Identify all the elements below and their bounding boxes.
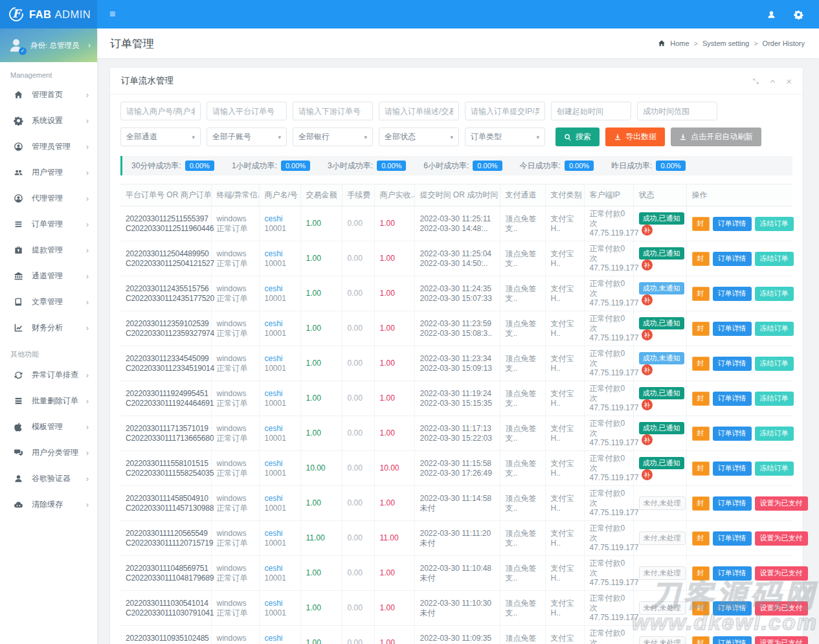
sidebar-item[interactable]: 系统设置 › <box>0 107 97 133</box>
merchant-search-input[interactable] <box>120 102 201 120</box>
order-action3-button[interactable]: 冻结订单 <box>755 427 794 441</box>
repair-badge[interactable]: 补 <box>642 364 653 375</box>
merchant-name-link[interactable]: ceshi <box>265 424 283 433</box>
order-action3-button[interactable]: 冻结订单 <box>755 287 794 301</box>
repair-badge[interactable]: 补 <box>642 469 653 480</box>
submit-ip-input[interactable] <box>465 102 545 120</box>
seal-button[interactable]: 封 <box>692 252 710 266</box>
sub-account-select[interactable]: 全部子账号▾ <box>207 128 287 146</box>
menu-icon[interactable]: ≡ <box>109 8 115 20</box>
sidebar-item[interactable]: 提款管理 › <box>0 237 97 263</box>
merchant-name-link[interactable]: ceshi <box>265 529 283 538</box>
collapse-icon[interactable] <box>769 78 776 85</box>
order-type-select[interactable]: 订单类型▾ <box>465 128 545 146</box>
order-action3-button[interactable]: 冻结订单 <box>755 392 794 406</box>
seal-button[interactable]: 封 <box>692 566 710 581</box>
seal-button[interactable]: 封 <box>692 322 710 336</box>
sidebar-item[interactable]: 管理员管理 › <box>0 133 97 159</box>
order-detail-button[interactable]: 订单详情 <box>713 531 752 546</box>
order-detail-button[interactable]: 订单详情 <box>713 461 752 476</box>
repair-badge[interactable]: 补 <box>642 260 653 271</box>
order-detail-button[interactable]: 订单详情 <box>713 252 752 266</box>
app-logo[interactable]: F FAB ADMIN <box>0 0 97 28</box>
merchant-name-link[interactable]: ceshi <box>265 214 283 223</box>
repair-badge[interactable]: 补 <box>642 294 653 305</box>
order-action3-button[interactable]: 设置为已支付 <box>755 636 808 644</box>
order-detail-button[interactable]: 订单详情 <box>713 357 752 371</box>
merchant-name-link[interactable]: ceshi <box>265 249 283 258</box>
order-detail-button[interactable]: 订单详情 <box>713 427 752 441</box>
sidebar-item[interactable]: 批量删除订单 › <box>0 388 97 414</box>
seal-button[interactable]: 封 <box>692 287 710 301</box>
sidebar-item[interactable]: 用户管理 › <box>0 159 97 185</box>
order-action3-button[interactable]: 冻结订单 <box>755 252 794 266</box>
order-desc-input[interactable] <box>379 102 459 120</box>
seal-button[interactable]: 封 <box>692 217 710 231</box>
seal-button[interactable]: 封 <box>692 461 710 476</box>
order-action3-button[interactable]: 冻结订单 <box>755 217 794 231</box>
sidebar-item[interactable]: 管理首页 › <box>0 82 97 107</box>
sidebar-item[interactable]: 异常订单排查 › <box>0 362 97 388</box>
order-detail-button[interactable]: 订单详情 <box>713 322 752 336</box>
downstream-order-input[interactable] <box>293 102 373 120</box>
repair-badge[interactable]: 补 <box>642 434 653 445</box>
channel-select[interactable]: 全部通道▾ <box>120 128 201 146</box>
merchant-name-link[interactable]: ceshi <box>265 459 283 468</box>
create-time-input[interactable] <box>551 102 631 120</box>
breadcrumb-home[interactable]: Home <box>670 39 689 47</box>
order-detail-button[interactable]: 订单详情 <box>713 636 752 644</box>
sidebar-item[interactable]: 订单管理 › <box>0 211 97 237</box>
seal-button[interactable]: 封 <box>692 601 710 616</box>
order-detail-button[interactable]: 订单详情 <box>713 287 752 301</box>
order-action3-button[interactable]: 冻结订单 <box>755 357 794 371</box>
seal-button[interactable]: 封 <box>692 531 710 546</box>
sidebar-user-panel[interactable]: ✓ 身份: 总管理员 › <box>0 28 97 62</box>
user-icon[interactable] <box>767 10 776 19</box>
close-icon[interactable]: × <box>786 78 792 85</box>
merchant-name-link[interactable]: ceshi <box>265 494 283 503</box>
gear-icon[interactable] <box>794 10 803 19</box>
order-action3-button[interactable]: 冻结订单 <box>755 322 794 336</box>
seal-button[interactable]: 封 <box>692 496 710 511</box>
export-data-button[interactable]: 导出数据 <box>605 128 665 146</box>
repair-badge[interactable]: 补 <box>642 225 653 236</box>
merchant-name-link[interactable]: ceshi <box>265 284 283 293</box>
order-detail-button[interactable]: 订单详情 <box>713 601 752 616</box>
breadcrumb-system-setting[interactable]: System setting <box>702 39 749 47</box>
sidebar-item[interactable]: 清除缓存 › <box>0 491 97 517</box>
seal-button[interactable]: 封 <box>692 427 710 441</box>
order-action3-button[interactable]: 设置为已支付 <box>755 496 808 511</box>
merchant-name-link[interactable]: ceshi <box>265 319 283 328</box>
merchant-name-link[interactable]: ceshi <box>265 634 283 643</box>
order-detail-button[interactable]: 订单详情 <box>713 392 752 406</box>
success-time-input[interactable] <box>637 102 717 120</box>
platform-order-input[interactable] <box>207 102 287 120</box>
sidebar-item[interactable]: 模板管理 › <box>0 414 97 439</box>
sidebar-item[interactable]: 文章管理 › <box>0 289 97 315</box>
search-button[interactable]: 搜索 <box>555 128 600 146</box>
bank-select[interactable]: 全部银行▾ <box>293 128 373 146</box>
seal-button[interactable]: 封 <box>692 392 710 406</box>
status-select[interactable]: 全部状态▾ <box>379 128 459 146</box>
order-detail-button[interactable]: 订单详情 <box>713 496 752 511</box>
merchant-name-link[interactable]: ceshi <box>265 354 283 363</box>
seal-button[interactable]: 封 <box>692 357 710 371</box>
order-action3-button[interactable]: 设置为已支付 <box>755 601 808 616</box>
sidebar-item[interactable]: 通道管理 › <box>0 263 97 289</box>
seal-button[interactable]: 封 <box>692 636 710 644</box>
expand-icon[interactable] <box>752 78 759 85</box>
order-detail-button[interactable]: 订单详情 <box>713 566 752 581</box>
repair-badge[interactable]: 补 <box>642 399 653 410</box>
auto-refresh-button[interactable]: 点击开启自动刷新 <box>671 128 761 146</box>
merchant-name-link[interactable]: ceshi <box>265 564 283 573</box>
order-action3-button[interactable]: 冻结订单 <box>755 461 794 476</box>
merchant-name-link[interactable]: ceshi <box>265 599 283 608</box>
sidebar-item[interactable]: 财务分析 › <box>0 315 97 340</box>
sidebar-item[interactable]: 代理管理 › <box>0 185 97 211</box>
order-action3-button[interactable]: 设置为已支付 <box>755 531 808 546</box>
order-detail-button[interactable]: 订单详情 <box>713 217 752 231</box>
repair-badge[interactable]: 补 <box>642 329 653 340</box>
sidebar-item[interactable]: 用户分类管理 › <box>0 439 97 465</box>
sidebar-item[interactable]: 谷歌验证器 › <box>0 465 97 491</box>
merchant-name-link[interactable]: ceshi <box>265 389 283 398</box>
